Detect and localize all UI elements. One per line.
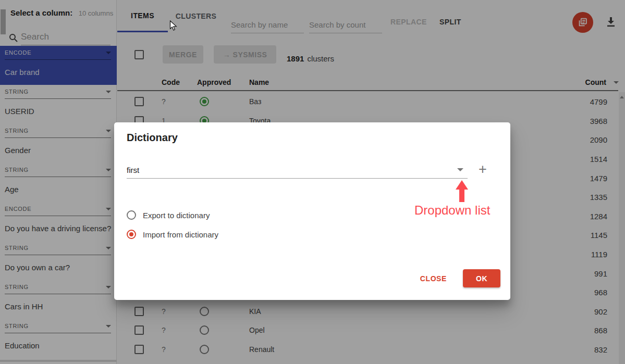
ok-button[interactable]: OK xyxy=(463,269,500,287)
radio-on-icon[interactable] xyxy=(127,230,136,239)
annotation-arrow-shaft xyxy=(459,189,464,202)
dialog-actions: CLOSE OK xyxy=(420,269,500,287)
add-dictionary-button[interactable]: + xyxy=(479,162,487,177)
close-button[interactable]: CLOSE xyxy=(420,274,447,283)
radio-export-to-dictionary[interactable]: Export to dictionary xyxy=(127,210,210,220)
radio-label: Export to dictionary xyxy=(143,211,210,220)
radio-label: Import from dictionary xyxy=(143,230,218,239)
radio-import-from-dictionary[interactable]: Import from dictionary xyxy=(127,230,218,239)
annotation-label: Dropdown list xyxy=(414,203,490,218)
mouse-cursor-icon xyxy=(169,20,177,31)
dictionary-select-value: first xyxy=(127,166,139,174)
dictionary-select[interactable]: first xyxy=(127,161,468,179)
dialog-title: Dictionary xyxy=(127,132,178,144)
radio-off-icon[interactable] xyxy=(127,210,136,220)
dropdown-caret-icon[interactable] xyxy=(457,168,463,171)
